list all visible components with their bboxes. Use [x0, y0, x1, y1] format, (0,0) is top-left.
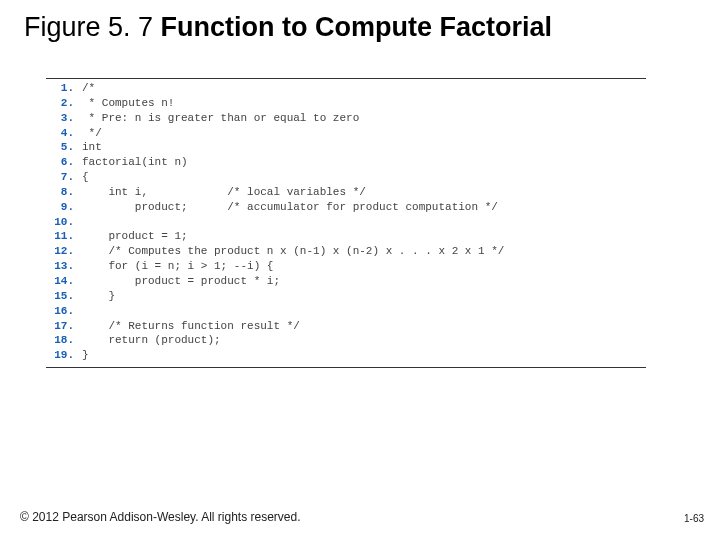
- code-rule-top: [46, 78, 646, 79]
- code-block: 1./*2. * Computes n!3. * Pre: n is great…: [46, 78, 646, 368]
- code-row: 18. return (product);: [46, 333, 646, 348]
- code-row: 17. /* Returns function result */: [46, 319, 646, 334]
- code-text: * Pre: n is greater than or equal to zer…: [82, 111, 359, 126]
- slide: Figure 5. 7 Function to Compute Factoria…: [0, 0, 720, 540]
- code-text: factorial(int n): [82, 155, 188, 170]
- code-row: 6.factorial(int n): [46, 155, 646, 170]
- code-lines: 1./*2. * Computes n!3. * Pre: n is great…: [46, 81, 646, 363]
- line-number: 17.: [46, 319, 82, 334]
- line-number: 16.: [46, 304, 82, 319]
- line-number: 8.: [46, 185, 82, 200]
- code-row: 3. * Pre: n is greater than or equal to …: [46, 111, 646, 126]
- code-text: }: [82, 289, 115, 304]
- code-row: 15. }: [46, 289, 646, 304]
- code-row: 4. */: [46, 126, 646, 141]
- line-number: 3.: [46, 111, 82, 126]
- code-row: 10.: [46, 215, 646, 230]
- code-text: * Computes n!: [82, 96, 174, 111]
- code-text: /* Returns function result */: [82, 319, 300, 334]
- code-text: int i, /* local variables */: [82, 185, 366, 200]
- code-text: product; /* accumulator for product comp…: [82, 200, 498, 215]
- code-row: 1./*: [46, 81, 646, 96]
- line-number: 11.: [46, 229, 82, 244]
- code-row: 5.int: [46, 140, 646, 155]
- line-number: 2.: [46, 96, 82, 111]
- line-number: 6.: [46, 155, 82, 170]
- code-row: 8. int i, /* local variables */: [46, 185, 646, 200]
- code-text: for (i = n; i > 1; --i) {: [82, 259, 273, 274]
- line-number: 15.: [46, 289, 82, 304]
- line-number: 4.: [46, 126, 82, 141]
- code-row: 7.{: [46, 170, 646, 185]
- line-number: 5.: [46, 140, 82, 155]
- title-prefix: Figure 5. 7: [24, 12, 161, 42]
- copyright-footer: © 2012 Pearson Addison-Wesley. All right…: [20, 510, 301, 524]
- code-text: /*: [82, 81, 95, 96]
- code-row: 13. for (i = n; i > 1; --i) {: [46, 259, 646, 274]
- slide-title: Figure 5. 7 Function to Compute Factoria…: [24, 12, 552, 43]
- code-row: 9. product; /* accumulator for product c…: [46, 200, 646, 215]
- code-text: product = product * i;: [82, 274, 280, 289]
- line-number: 10.: [46, 215, 82, 230]
- code-text: return (product);: [82, 333, 221, 348]
- title-bold: Function to Compute Factorial: [161, 12, 553, 42]
- code-text: {: [82, 170, 89, 185]
- page-number: 1-63: [684, 513, 704, 524]
- line-number: 1.: [46, 81, 82, 96]
- line-number: 19.: [46, 348, 82, 363]
- code-row: 11. product = 1;: [46, 229, 646, 244]
- code-text: int: [82, 140, 102, 155]
- line-number: 14.: [46, 274, 82, 289]
- code-text: /* Computes the product n x (n-1) x (n-2…: [82, 244, 504, 259]
- line-number: 9.: [46, 200, 82, 215]
- code-row: 12. /* Computes the product n x (n-1) x …: [46, 244, 646, 259]
- line-number: 13.: [46, 259, 82, 274]
- code-row: 14. product = product * i;: [46, 274, 646, 289]
- code-text: */: [82, 126, 102, 141]
- line-number: 12.: [46, 244, 82, 259]
- code-text: product = 1;: [82, 229, 188, 244]
- code-row: 16.: [46, 304, 646, 319]
- code-row: 2. * Computes n!: [46, 96, 646, 111]
- line-number: 7.: [46, 170, 82, 185]
- line-number: 18.: [46, 333, 82, 348]
- code-rule-bottom: [46, 367, 646, 368]
- code-row: 19.}: [46, 348, 646, 363]
- code-text: }: [82, 348, 89, 363]
